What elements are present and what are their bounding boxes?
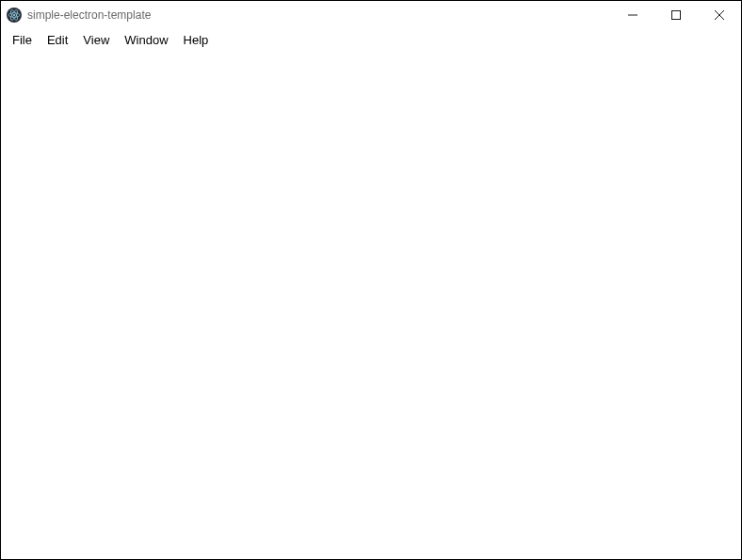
menu-file[interactable]: File — [5, 31, 40, 49]
window-title: simple-electron-template — [27, 8, 151, 22]
menubar: File Edit View Window Help — [1, 29, 741, 50]
svg-rect-6 — [672, 11, 681, 20]
menu-window[interactable]: Window — [117, 31, 175, 49]
content-area — [1, 50, 741, 559]
titlebar: simple-electron-template — [1, 1, 741, 29]
menu-view[interactable]: View — [75, 31, 117, 49]
window-frame: simple-electron-template File Edit View … — [0, 0, 742, 560]
electron-app-icon — [7, 8, 22, 23]
maximize-button[interactable] — [654, 1, 698, 29]
window-controls — [611, 1, 741, 29]
menu-help[interactable]: Help — [176, 31, 217, 49]
titlebar-left: simple-electron-template — [7, 8, 151, 23]
menu-edit[interactable]: Edit — [40, 31, 75, 49]
svg-point-1 — [13, 14, 15, 16]
close-button[interactable] — [698, 1, 741, 29]
minimize-button[interactable] — [611, 1, 654, 29]
